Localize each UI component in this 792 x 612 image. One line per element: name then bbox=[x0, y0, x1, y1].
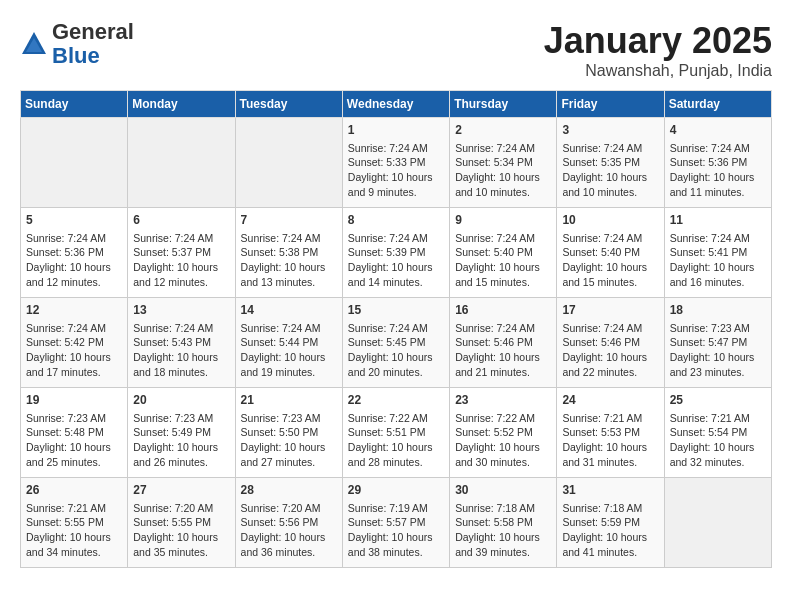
day-info: Sunrise: 7:24 AM bbox=[455, 321, 551, 336]
day-info: Daylight: 10 hours bbox=[133, 530, 229, 545]
day-info: Daylight: 10 hours bbox=[455, 170, 551, 185]
day-info: and 27 minutes. bbox=[241, 455, 337, 470]
day-info: Sunset: 5:50 PM bbox=[241, 425, 337, 440]
day-number: 7 bbox=[241, 212, 337, 229]
calendar-cell: 19Sunrise: 7:23 AMSunset: 5:48 PMDayligh… bbox=[21, 388, 128, 478]
header-day: Friday bbox=[557, 91, 664, 118]
day-info: Sunrise: 7:24 AM bbox=[241, 321, 337, 336]
day-info: and 36 minutes. bbox=[241, 545, 337, 560]
day-info: Daylight: 10 hours bbox=[348, 440, 444, 455]
day-info: Sunset: 5:48 PM bbox=[26, 425, 122, 440]
day-info: Daylight: 10 hours bbox=[455, 440, 551, 455]
day-info: Daylight: 10 hours bbox=[241, 350, 337, 365]
day-info: Daylight: 10 hours bbox=[348, 530, 444, 545]
day-info: Sunrise: 7:24 AM bbox=[455, 231, 551, 246]
day-info: Daylight: 10 hours bbox=[241, 260, 337, 275]
day-info: and 15 minutes. bbox=[562, 275, 658, 290]
day-number: 18 bbox=[670, 302, 766, 319]
day-info: Daylight: 10 hours bbox=[670, 350, 766, 365]
day-info: Daylight: 10 hours bbox=[562, 170, 658, 185]
calendar-cell: 6Sunrise: 7:24 AMSunset: 5:37 PMDaylight… bbox=[128, 208, 235, 298]
calendar-cell: 24Sunrise: 7:21 AMSunset: 5:53 PMDayligh… bbox=[557, 388, 664, 478]
day-info: and 34 minutes. bbox=[26, 545, 122, 560]
day-number: 2 bbox=[455, 122, 551, 139]
day-info: and 18 minutes. bbox=[133, 365, 229, 380]
day-info: and 11 minutes. bbox=[670, 185, 766, 200]
day-info: and 22 minutes. bbox=[562, 365, 658, 380]
day-info: Sunset: 5:42 PM bbox=[26, 335, 122, 350]
day-info: Daylight: 10 hours bbox=[562, 260, 658, 275]
day-number: 17 bbox=[562, 302, 658, 319]
day-info: Sunrise: 7:22 AM bbox=[348, 411, 444, 426]
calendar-week: 5Sunrise: 7:24 AMSunset: 5:36 PMDaylight… bbox=[21, 208, 772, 298]
day-info: Daylight: 10 hours bbox=[670, 170, 766, 185]
day-info: Daylight: 10 hours bbox=[455, 350, 551, 365]
day-number: 26 bbox=[26, 482, 122, 499]
day-number: 11 bbox=[670, 212, 766, 229]
day-info: Sunrise: 7:20 AM bbox=[133, 501, 229, 516]
day-info: and 15 minutes. bbox=[455, 275, 551, 290]
day-info: Daylight: 10 hours bbox=[562, 350, 658, 365]
day-number: 23 bbox=[455, 392, 551, 409]
day-info: and 21 minutes. bbox=[455, 365, 551, 380]
day-number: 3 bbox=[562, 122, 658, 139]
day-info: Daylight: 10 hours bbox=[133, 350, 229, 365]
day-number: 28 bbox=[241, 482, 337, 499]
day-info: Sunrise: 7:19 AM bbox=[348, 501, 444, 516]
day-info: and 9 minutes. bbox=[348, 185, 444, 200]
day-number: 31 bbox=[562, 482, 658, 499]
calendar-cell: 16Sunrise: 7:24 AMSunset: 5:46 PMDayligh… bbox=[450, 298, 557, 388]
day-info: Sunset: 5:34 PM bbox=[455, 155, 551, 170]
day-info: Sunset: 5:55 PM bbox=[133, 515, 229, 530]
calendar-cell: 28Sunrise: 7:20 AMSunset: 5:56 PMDayligh… bbox=[235, 478, 342, 568]
day-number: 8 bbox=[348, 212, 444, 229]
day-info: Sunset: 5:46 PM bbox=[562, 335, 658, 350]
day-info: Sunset: 5:40 PM bbox=[455, 245, 551, 260]
calendar-cell: 23Sunrise: 7:22 AMSunset: 5:52 PMDayligh… bbox=[450, 388, 557, 478]
calendar-cell: 31Sunrise: 7:18 AMSunset: 5:59 PMDayligh… bbox=[557, 478, 664, 568]
day-info: and 28 minutes. bbox=[348, 455, 444, 470]
day-info: and 25 minutes. bbox=[26, 455, 122, 470]
day-info: and 30 minutes. bbox=[455, 455, 551, 470]
day-info: and 20 minutes. bbox=[348, 365, 444, 380]
day-info: Sunset: 5:54 PM bbox=[670, 425, 766, 440]
calendar-cell: 2Sunrise: 7:24 AMSunset: 5:34 PMDaylight… bbox=[450, 118, 557, 208]
day-info: Daylight: 10 hours bbox=[562, 440, 658, 455]
calendar-week: 19Sunrise: 7:23 AMSunset: 5:48 PMDayligh… bbox=[21, 388, 772, 478]
day-info: Sunset: 5:58 PM bbox=[455, 515, 551, 530]
day-info: Sunset: 5:40 PM bbox=[562, 245, 658, 260]
header-day: Thursday bbox=[450, 91, 557, 118]
day-info: Sunrise: 7:23 AM bbox=[133, 411, 229, 426]
calendar-cell: 22Sunrise: 7:22 AMSunset: 5:51 PMDayligh… bbox=[342, 388, 449, 478]
day-info: Sunset: 5:37 PM bbox=[133, 245, 229, 260]
day-info: Daylight: 10 hours bbox=[241, 530, 337, 545]
day-number: 19 bbox=[26, 392, 122, 409]
day-info: Daylight: 10 hours bbox=[26, 350, 122, 365]
day-info: Sunset: 5:59 PM bbox=[562, 515, 658, 530]
calendar-cell: 17Sunrise: 7:24 AMSunset: 5:46 PMDayligh… bbox=[557, 298, 664, 388]
day-info: Sunrise: 7:23 AM bbox=[670, 321, 766, 336]
day-number: 15 bbox=[348, 302, 444, 319]
day-info: Sunrise: 7:24 AM bbox=[670, 141, 766, 156]
calendar-body: 1Sunrise: 7:24 AMSunset: 5:33 PMDaylight… bbox=[21, 118, 772, 568]
day-info: Daylight: 10 hours bbox=[348, 350, 444, 365]
calendar-cell: 7Sunrise: 7:24 AMSunset: 5:38 PMDaylight… bbox=[235, 208, 342, 298]
calendar-week: 26Sunrise: 7:21 AMSunset: 5:55 PMDayligh… bbox=[21, 478, 772, 568]
day-info: Sunset: 5:36 PM bbox=[670, 155, 766, 170]
calendar-cell: 13Sunrise: 7:24 AMSunset: 5:43 PMDayligh… bbox=[128, 298, 235, 388]
calendar-cell: 25Sunrise: 7:21 AMSunset: 5:54 PMDayligh… bbox=[664, 388, 771, 478]
day-number: 5 bbox=[26, 212, 122, 229]
day-info: Sunset: 5:52 PM bbox=[455, 425, 551, 440]
day-info: and 10 minutes. bbox=[455, 185, 551, 200]
day-info: Sunset: 5:57 PM bbox=[348, 515, 444, 530]
day-number: 20 bbox=[133, 392, 229, 409]
day-info: Sunrise: 7:23 AM bbox=[26, 411, 122, 426]
day-info: Sunrise: 7:18 AM bbox=[562, 501, 658, 516]
day-info: Sunset: 5:51 PM bbox=[348, 425, 444, 440]
logo: General Blue bbox=[20, 20, 134, 68]
day-info: Sunset: 5:39 PM bbox=[348, 245, 444, 260]
calendar-header: SundayMondayTuesdayWednesdayThursdayFrid… bbox=[21, 91, 772, 118]
header-day: Saturday bbox=[664, 91, 771, 118]
day-number: 13 bbox=[133, 302, 229, 319]
day-info: Sunset: 5:55 PM bbox=[26, 515, 122, 530]
